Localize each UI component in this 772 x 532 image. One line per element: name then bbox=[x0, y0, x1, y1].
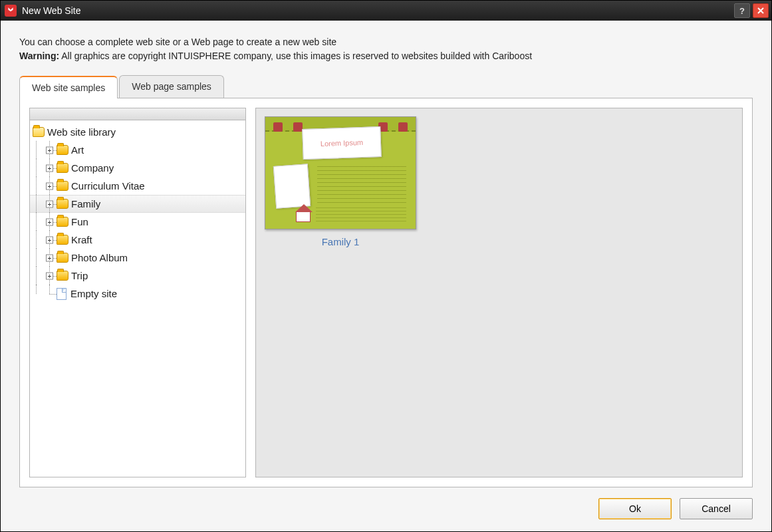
samples-panel: Web site library + Art + Company bbox=[19, 98, 753, 487]
expander-icon[interactable]: + bbox=[46, 272, 53, 279]
tree-item-label: Fun bbox=[71, 216, 88, 227]
tabs: Web site samples Web page samples bbox=[19, 75, 753, 98]
expander-icon[interactable]: + bbox=[46, 146, 53, 154]
file-icon bbox=[57, 288, 66, 300]
tree-item-label: Trip bbox=[71, 270, 88, 281]
tree-item-label: Photo Album bbox=[71, 252, 128, 263]
thumbnail-side-note bbox=[273, 164, 311, 208]
thumbnail-title-note: Lorem Ipsum bbox=[302, 126, 382, 160]
tree-item-kraft[interactable]: + Kraft bbox=[30, 231, 245, 249]
tree-item-family[interactable]: + Family bbox=[30, 195, 245, 213]
expander-icon[interactable]: + bbox=[46, 218, 53, 225]
tree-item-label: Art bbox=[71, 144, 84, 156]
tree-item-label: Curriculum Vitae bbox=[71, 180, 145, 192]
expander-icon[interactable]: + bbox=[46, 200, 53, 207]
help-button[interactable]: ? bbox=[734, 3, 750, 18]
folder-open-icon bbox=[33, 127, 45, 137]
tab-website-samples[interactable]: Web site samples bbox=[19, 76, 118, 98]
folder-icon bbox=[57, 235, 68, 245]
folder-icon bbox=[57, 181, 68, 191]
tree-item-art[interactable]: + Art bbox=[30, 141, 245, 159]
window-title: New Web Site bbox=[22, 5, 731, 16]
tree-item-label: Kraft bbox=[71, 234, 92, 245]
folder-icon bbox=[57, 217, 68, 227]
intro-text: You can choose a complete web site or a … bbox=[19, 35, 753, 63]
expander-icon[interactable]: + bbox=[46, 164, 53, 172]
folder-icon bbox=[57, 253, 68, 263]
tree-root-label: Web site library bbox=[47, 126, 116, 138]
tree-item-trip[interactable]: + Trip bbox=[30, 267, 245, 285]
app-icon bbox=[5, 5, 17, 17]
tree-body[interactable]: Web site library + Art + Company bbox=[30, 120, 245, 477]
expander-icon[interactable]: + bbox=[46, 182, 53, 190]
thumbnail-textblock bbox=[317, 166, 406, 205]
tree-item-label: Company bbox=[71, 162, 114, 174]
template-thumbnail[interactable]: Lorem Ipsum bbox=[265, 116, 416, 229]
dialog-content: You can choose a complete web site or a … bbox=[1, 21, 771, 531]
cancel-button[interactable]: Cancel bbox=[680, 498, 753, 519]
tab-webpage-samples[interactable]: Web page samples bbox=[119, 75, 224, 98]
titlebar: New Web Site ? bbox=[1, 1, 771, 21]
warning-text: All graphics are copyright INTUISPHERE c… bbox=[59, 51, 532, 61]
warning-label: Warning: bbox=[19, 51, 59, 61]
folder-icon bbox=[57, 163, 68, 173]
expander-icon[interactable]: + bbox=[46, 254, 53, 261]
tree-item-company[interactable]: + Company bbox=[30, 159, 245, 177]
thumbnail-footertext bbox=[316, 207, 406, 223]
tree-header[interactable] bbox=[30, 108, 245, 120]
folder-icon bbox=[57, 145, 68, 155]
decoration-icon bbox=[398, 122, 408, 132]
decoration-icon bbox=[293, 122, 303, 132]
tree-item-label: Empty site bbox=[70, 288, 117, 299]
new-website-dialog: New Web Site ? You can choose a complete… bbox=[0, 0, 772, 532]
template-card[interactable]: Lorem Ipsum Family 1 bbox=[264, 116, 417, 247]
tree-root[interactable]: Web site library bbox=[30, 123, 245, 141]
ok-button[interactable]: Ok bbox=[598, 498, 672, 519]
tree-item-photoalbum[interactable]: + Photo Album bbox=[30, 249, 245, 267]
tree-item-fun[interactable]: + Fun bbox=[30, 213, 245, 231]
folder-icon bbox=[57, 199, 68, 209]
intro-line1: You can choose a complete web site or a … bbox=[19, 37, 336, 47]
dialog-footer: Ok Cancel bbox=[19, 487, 753, 519]
tree-item-cv[interactable]: + Curriculum Vitae bbox=[30, 177, 245, 195]
template-label: Family 1 bbox=[322, 236, 360, 247]
close-button[interactable] bbox=[753, 3, 769, 18]
tree-pane: Web site library + Art + Company bbox=[29, 108, 246, 477]
preview-pane: Lorem Ipsum Family 1 bbox=[255, 108, 743, 477]
tree-item-label: Family bbox=[71, 198, 100, 209]
expander-icon[interactable]: + bbox=[46, 236, 53, 243]
tree-item-empty[interactable]: Empty site bbox=[30, 285, 245, 303]
folder-icon bbox=[57, 271, 68, 281]
house-icon bbox=[296, 211, 311, 222]
decoration-icon bbox=[273, 122, 283, 132]
